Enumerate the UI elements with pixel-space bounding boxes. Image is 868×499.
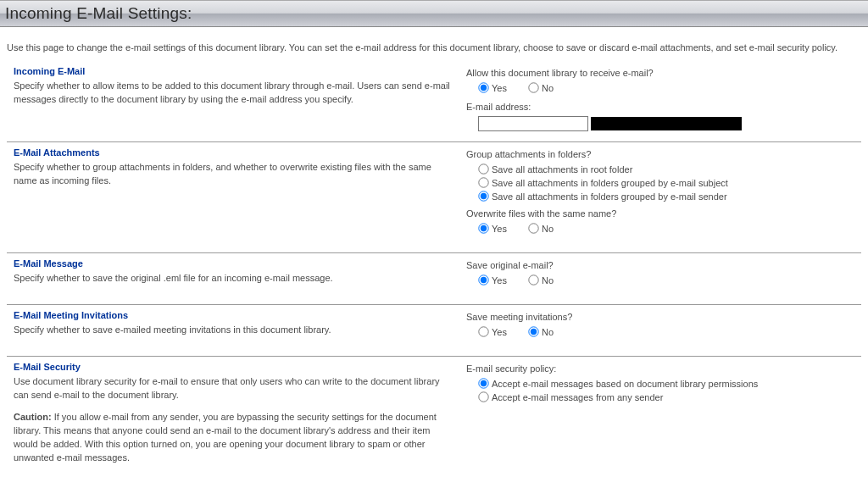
radio-allow-yes[interactable]: Yes [478,82,507,93]
header-bar: Incoming E-Mail Settings: [0,0,868,27]
section-title-message: E-Mail Message [14,258,453,269]
email-domain-suffix [591,117,742,130]
radio-security-any-input[interactable] [478,391,488,402]
section-title-meeting: E-Mail Meeting Invitations [14,310,453,320]
label-save-meeting: Save meeting invitations? [466,312,854,322]
radio-save-yes-input[interactable] [478,274,488,285]
radio-overwrite-no-input[interactable] [528,223,538,233]
section-desc-security-2: Caution: If you allow e-mail from any se… [14,411,453,465]
label-save-original: Save original e-mail? [466,260,854,270]
radio-security-any[interactable]: Accept e-mail messages from any sender [478,391,854,402]
radio-group-sender[interactable]: Save all attachments in folders grouped … [478,191,854,202]
radio-overwrite-yes-input[interactable] [478,223,488,233]
radio-allow-no-input[interactable] [528,82,538,92]
caution-text: If you allow e-mail from any sender, you… [14,412,437,463]
label-group-attachments: Group attachments in folders? [466,149,854,159]
section-title-security: E-Mail Security [14,362,453,372]
section-message: E-Mail Message Specify whether to save t… [7,252,861,304]
radio-meeting-no-input[interactable] [528,326,538,336]
radio-label: No [542,224,554,234]
radio-allow-yes-input[interactable] [478,82,488,92]
label-overwrite: Overwrite files with the same name? [466,208,854,219]
radio-group-subject-input[interactable] [478,177,488,187]
label-security-policy: E-mail security policy: [466,363,854,374]
section-incoming: Incoming E-Mail Specify whether to allow… [7,61,861,141]
radio-label: Save all attachments in root folder [492,164,632,175]
caution-label: Caution: [14,412,52,422]
radio-label: Save all attachments in folders grouped … [492,178,728,188]
radio-label: Yes [492,224,507,234]
radio-meeting-yes[interactable]: Yes [478,326,507,337]
radio-group-sender-input[interactable] [478,191,488,201]
section-desc-attachments: Specify whether to group attachments in … [14,161,453,188]
radio-security-permissions[interactable]: Accept e-mail messages based on document… [478,378,854,389]
section-title-attachments: E-Mail Attachments [14,147,453,158]
radio-meeting-yes-input[interactable] [478,326,488,336]
radio-label: Save all attachments in folders grouped … [492,191,727,202]
radio-security-permissions-input[interactable] [478,378,488,388]
radio-label: Yes [492,327,507,337]
label-email-address: E-mail address: [466,102,854,112]
section-title-incoming: Incoming E-Mail [14,66,453,76]
email-address-input[interactable] [478,116,588,131]
radio-label: No [542,275,554,286]
radio-group-root[interactable]: Save all attachments in root folder [478,164,854,175]
radio-save-no[interactable]: No [528,274,554,286]
radio-overwrite-yes[interactable]: Yes [478,223,507,234]
radio-label: No [542,327,554,337]
section-desc-security-1: Use document library security for e-mail… [14,375,453,402]
page-title: Incoming E-Mail Settings: [5,4,863,23]
radio-label: No [542,83,554,93]
radio-label: Accept e-mail messages based on document… [492,379,758,389]
section-security: E-Mail Security Use document library sec… [7,356,861,475]
section-desc-incoming: Specify whether to allow items to be add… [14,80,453,107]
section-meeting: E-Mail Meeting Invitations Specify wheth… [7,304,861,356]
radio-label: Accept e-mail messages from any sender [492,392,663,402]
radio-save-yes[interactable]: Yes [478,274,507,286]
radio-meeting-no[interactable]: No [528,326,554,337]
radio-label: Yes [492,275,507,286]
radio-label: Yes [492,83,507,93]
section-attachments: E-Mail Attachments Specify whether to gr… [7,141,861,252]
radio-group-root-input[interactable] [478,164,488,174]
section-desc-meeting: Specify whether to save e-mailed meeting… [14,324,453,337]
radio-save-no-input[interactable] [528,274,538,285]
radio-overwrite-no[interactable]: No [528,223,554,234]
radio-allow-no[interactable]: No [528,82,554,93]
section-desc-message: Specify whether to save the original .em… [14,272,453,286]
radio-group-subject[interactable]: Save all attachments in folders grouped … [478,177,854,188]
page-description: Use this page to change the e-mail setti… [0,27,868,61]
label-allow-receive: Allow this document library to receive e… [466,68,854,78]
